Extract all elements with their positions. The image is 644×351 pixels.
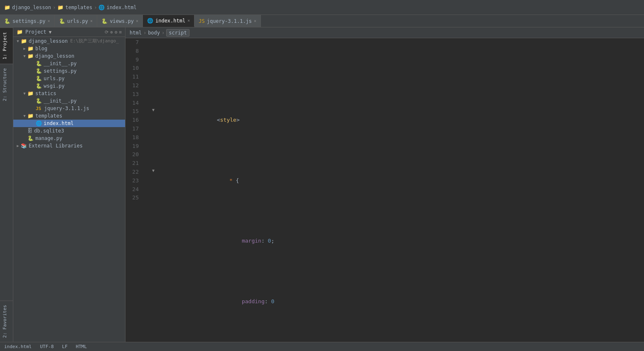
- js-icon-tab: JS: [199, 18, 204, 24]
- line-num-20: 20: [125, 150, 142, 159]
- line-num-19: 19: [125, 142, 142, 151]
- arrow-icon: ▼: [15, 39, 21, 43]
- folder-icon-templates: 📁: [57, 5, 64, 10]
- tree-templates[interactable]: ▼ 📁 templates: [13, 112, 125, 120]
- tree-item-label: blog: [35, 46, 47, 52]
- folder-icon: 📁: [27, 46, 34, 52]
- code-container[interactable]: 7 8 9 10 11 12 13 14 15 16 17 18 19 20 2…: [125, 38, 644, 342]
- tree-header-title: 📁 Project ▼: [17, 29, 52, 35]
- tree-django-lesson-root[interactable]: ▼ 📁 django_lesson E:\脱产三期\django_: [13, 37, 125, 45]
- tab-settings[interactable]: 🐍 settings.py ×: [0, 15, 55, 27]
- tab-views-close[interactable]: ×: [136, 19, 138, 23]
- line-num-22: 22: [125, 168, 142, 177]
- tree-index-html[interactable]: 🌐 index.html: [13, 120, 125, 127]
- tree-item-label: __init__.py: [44, 98, 76, 104]
- tree-item-label: External Libraries: [29, 143, 83, 149]
- tree-jquery-file[interactable]: JS jquery-3.1.1.js: [13, 105, 125, 112]
- line-num-15: 15: [125, 107, 142, 116]
- add-icon[interactable]: ⊕: [110, 29, 113, 35]
- breadcrumb-body-label: body: [148, 30, 160, 36]
- tab-settings-close[interactable]: ×: [47, 19, 50, 23]
- menu-icon[interactable]: ≡: [119, 29, 122, 35]
- panel-favorites[interactable]: 2: Favorites: [0, 300, 13, 342]
- py-icon-urls: 🐍: [59, 18, 65, 24]
- tab-index-label: index.html: [155, 18, 185, 24]
- breadcrumb-file-label: index.html: [106, 5, 136, 10]
- line-num-18: 18: [125, 133, 142, 142]
- code-line-8: ▼ <style>: [150, 107, 640, 133]
- tree-item-label: wsgi.py: [44, 83, 65, 89]
- html-icon-tab: 🌐: [147, 18, 153, 24]
- line-num-10: 10: [125, 64, 142, 73]
- line-num-8: 8: [125, 47, 142, 56]
- status-lang: HTML: [76, 344, 87, 349]
- breadcrumb-html[interactable]: html: [130, 30, 142, 36]
- tree-statics[interactable]: ▼ 📁 statics: [13, 90, 125, 97]
- tab-jquery-close[interactable]: ×: [254, 19, 256, 23]
- tree-django-lesson-sub[interactable]: ▼ 📁 django_lesson: [13, 52, 125, 60]
- line-num-12: 12: [125, 81, 142, 90]
- tree-item-label: django_lesson: [29, 38, 68, 44]
- tree-item-label: index.html: [44, 120, 74, 126]
- folder-icon: 📁: [27, 91, 34, 96]
- db-icon: 🗄: [27, 128, 32, 134]
- tree-wsgi-py[interactable]: 🐍 wsgi.py: [13, 82, 125, 90]
- breadcrumb-templates-label: templates: [65, 5, 92, 10]
- folder-icon: 📁: [27, 53, 34, 59]
- fold-btn-9[interactable]: ▼: [150, 168, 156, 174]
- line-num-14: 14: [125, 99, 142, 108]
- main-area: 1: Project 2: Structure 2: Favorites 📁 P…: [0, 27, 644, 342]
- tab-views[interactable]: 🐍 views.py ×: [97, 15, 143, 27]
- breadcrumb: 📁 django_lesson › 📁 templates › 🌐 index.…: [0, 5, 141, 10]
- tree-header-icons: ⟳ ⊕ ⚙ ≡: [105, 29, 122, 35]
- settings-icon[interactable]: ⚙: [115, 29, 118, 35]
- tree-init-py[interactable]: 🐍 __init__.py: [13, 60, 125, 67]
- tree-manage-py[interactable]: 🐍 manage.py: [13, 135, 125, 142]
- py-icon-views: 🐍: [101, 18, 108, 24]
- line-num-23: 23: [125, 177, 142, 185]
- line-num-7: 7: [125, 38, 142, 47]
- project-icon: 📁: [17, 29, 23, 35]
- breadcrumb-body[interactable]: body: [148, 30, 160, 36]
- folder-icon: 📁: [27, 113, 34, 119]
- html-icon: 🌐: [36, 120, 42, 126]
- tree-statics-init[interactable]: 🐍 __init__.py: [13, 97, 125, 105]
- html-file-icon: 🌐: [98, 5, 105, 10]
- line-num-17: 17: [125, 125, 142, 133]
- code-content[interactable]: ▼ <style> ▼ * { margin: 0;: [146, 38, 644, 342]
- dropdown-arrow: ▼: [49, 29, 52, 35]
- tab-jquery[interactable]: JS jquery-3.1.1.js ×: [194, 15, 261, 27]
- tab-jquery-label: jquery-3.1.1.js: [207, 18, 252, 24]
- tab-urls[interactable]: 🐍 urls.py ×: [55, 15, 98, 27]
- arrow-icon: ▶: [15, 144, 21, 148]
- tree-db-sqlite3[interactable]: 🗄 db.sqlite3: [13, 127, 125, 135]
- py-icon: 🐍: [36, 61, 42, 66]
- tree-header: 📁 Project ▼ ⟳ ⊕ ⚙ ≡: [13, 27, 125, 37]
- breadcrumb-script[interactable]: script: [166, 29, 189, 37]
- tree-external-libs[interactable]: ▶ 📚 External Libraries: [13, 142, 125, 150]
- status-bar: index.html UTF-8 LF HTML: [0, 342, 644, 351]
- tree-item-label: statics: [35, 91, 57, 96]
- tree-settings-py[interactable]: 🐍 settings.py: [13, 67, 125, 75]
- folder-icon: 📁: [21, 38, 27, 44]
- arrow-icon: ▼: [22, 91, 27, 96]
- panel-structure[interactable]: 2: Structure: [0, 64, 13, 105]
- tab-index-close[interactable]: ×: [187, 18, 190, 23]
- tree-urls-py[interactable]: 🐍 urls.py: [13, 75, 125, 82]
- tree-blog[interactable]: ▶ 📁 blog: [13, 45, 125, 52]
- line-num-13: 13: [125, 90, 142, 99]
- editor-area: html › body › script 7 8 9 10 11 12 13 1…: [125, 27, 644, 342]
- py-icon: 🐍: [36, 98, 42, 104]
- code-line-7: [150, 64, 640, 73]
- panel-project[interactable]: 1: Project: [0, 27, 13, 64]
- tab-urls-close[interactable]: ×: [90, 19, 93, 23]
- fold-btn-8[interactable]: ▼: [150, 107, 156, 113]
- tab-index[interactable]: 🌐 index.html ×: [143, 15, 194, 27]
- py-icon: 🐍: [4, 18, 10, 24]
- breadcrumb-project-label: django_lesson: [12, 5, 51, 10]
- line-num-9: 9: [125, 56, 142, 64]
- status-file: index.html: [4, 344, 32, 349]
- tree-item-label: settings.py: [44, 68, 76, 74]
- arrow-icon: ▶: [22, 47, 27, 51]
- refresh-icon[interactable]: ⟳: [105, 29, 108, 35]
